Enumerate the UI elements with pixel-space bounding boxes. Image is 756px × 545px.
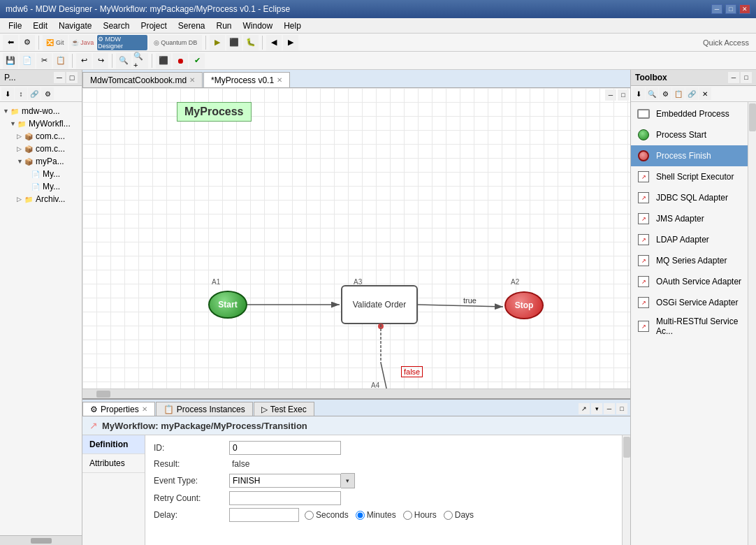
- tree-item-mdw[interactable]: ▼ 📁 mdw-wo...: [1, 105, 80, 117]
- toolbar2-btn-3[interactable]: ✂: [36, 53, 52, 68]
- canvas-min-btn[interactable]: ─: [605, 89, 616, 101]
- toolbox-jdbc[interactable]: ↗ JDBC SQL Adapter: [631, 187, 748, 208]
- left-toolbar-btn-1[interactable]: ⬇: [1, 87, 14, 100]
- radio-hours-input[interactable]: [403, 511, 412, 520]
- side-tab-attributes[interactable]: Attributes: [82, 454, 145, 473]
- toolbar2-btn-2[interactable]: 📄: [20, 53, 35, 68]
- bottom-tab-testexec[interactable]: ▷ Test Exec: [254, 402, 314, 416]
- tree-item-my2[interactable]: 📄 My...: [1, 180, 80, 193]
- toolbar-fwd-btn[interactable]: ▶: [283, 35, 298, 50]
- canvas-max-btn[interactable]: □: [618, 89, 629, 101]
- menu-project[interactable]: Project: [135, 20, 172, 32]
- menu-window[interactable]: Window: [238, 20, 279, 32]
- left-panel-scrollbar[interactable]: [0, 535, 82, 545]
- toolbar-debug-btn[interactable]: 🐛: [243, 35, 259, 50]
- menu-edit[interactable]: Edit: [27, 20, 53, 32]
- toolbox-jms[interactable]: ↗ JMS Adapter: [631, 208, 748, 229]
- canvas-area[interactable]: MyProcess A1 A3 A2 A4 Start Validate Ord…: [82, 88, 630, 388]
- toolbox-ldap[interactable]: ↗ LDAP Adapter: [631, 229, 748, 250]
- tree-item-archiv[interactable]: ▷ 📁 Archiv...: [1, 193, 80, 205]
- menu-navigate[interactable]: Navigate: [53, 20, 97, 32]
- toolbar2-btn-8[interactable]: 🔍+: [133, 53, 148, 68]
- bottom-menu-btn[interactable]: ▾: [591, 403, 602, 414]
- side-tab-definition[interactable]: Definition: [82, 435, 145, 454]
- toolbox-sort-btn[interactable]: ⬇: [632, 87, 645, 100]
- toolbar-stop-btn[interactable]: ⬛: [226, 35, 242, 50]
- tree-item-com1[interactable]: ▷ 📦 com.c...: [1, 130, 80, 143]
- bottom-tab-close[interactable]: ✕: [142, 405, 147, 413]
- event-type-select[interactable]: FINISH START DELAY: [229, 474, 341, 488]
- toolbar2-btn-4[interactable]: 📋: [53, 53, 68, 68]
- radio-seconds[interactable]: Seconds: [305, 510, 349, 520]
- mdw-btn[interactable]: ⚙ MDW Designer: [97, 35, 147, 50]
- event-type-arrow[interactable]: ▾: [341, 473, 355, 488]
- menu-serena[interactable]: Serena: [173, 20, 211, 32]
- toolbox-btn-4[interactable]: 📋: [672, 87, 685, 100]
- tab-close-icon[interactable]: ✕: [189, 76, 195, 84]
- git-btn[interactable]: 🔀 Git: [43, 35, 68, 50]
- canvas-scrollbar-h[interactable]: [82, 388, 630, 398]
- toolbar2-btn-5[interactable]: ↩: [76, 53, 92, 68]
- tree-item-mypa[interactable]: ▼ 📦 myPa...: [1, 155, 80, 168]
- toolbox-btn-3[interactable]: ⚙: [659, 87, 671, 100]
- toolbox-embedded-process[interactable]: Embedded Process: [631, 103, 748, 124]
- toolbox-mq[interactable]: ↗ MQ Series Adapter: [631, 250, 748, 271]
- radio-days[interactable]: Days: [444, 510, 474, 520]
- toolbar-back-btn[interactable]: ◀: [266, 35, 282, 50]
- toolbar2-check-btn[interactable]: ✔: [189, 53, 205, 68]
- left-panel-maximize[interactable]: □: [66, 72, 78, 83]
- retry-count-input[interactable]: [229, 491, 341, 505]
- toolbox-process-finish[interactable]: Process Finish: [631, 145, 748, 166]
- toolbar2-record-btn[interactable]: ⏺: [173, 53, 188, 68]
- tab-close-icon[interactable]: ✕: [277, 76, 282, 84]
- toolbox-delete-btn[interactable]: ✕: [699, 87, 711, 100]
- toolbox-scrollbar[interactable]: [748, 102, 756, 545]
- toolbar-btn-2[interactable]: ⚙: [20, 35, 35, 50]
- minimize-button[interactable]: ─: [711, 4, 722, 14]
- tab-cookbook[interactable]: MdwTomcatCookbook.md ✕: [82, 72, 203, 87]
- id-input[interactable]: [229, 441, 341, 455]
- bottom-max-btn[interactable]: □: [616, 403, 627, 414]
- tree-item-com2[interactable]: ▷ 📦 com.c...: [1, 143, 80, 155]
- radio-seconds-input[interactable]: [305, 511, 314, 520]
- left-toolbar-btn-2[interactable]: ↕: [15, 87, 27, 100]
- menu-help[interactable]: Help: [278, 20, 307, 32]
- menu-file[interactable]: File: [3, 20, 27, 32]
- left-toolbar-btn-4[interactable]: ⚙: [41, 87, 54, 100]
- bottom-expand-btn[interactable]: ↗: [579, 403, 590, 414]
- close-button[interactable]: ✕: [739, 4, 750, 14]
- toolbar2-btn-1[interactable]: 💾: [3, 53, 18, 68]
- maximize-button[interactable]: □: [725, 4, 736, 14]
- toolbox-oauth[interactable]: ↗ OAuth Service Adapter: [631, 271, 748, 292]
- validate-node[interactable]: Validate Order: [341, 285, 418, 324]
- toolbox-process-start[interactable]: Process Start: [631, 124, 748, 145]
- toolbar-run-btn[interactable]: ▶: [210, 35, 225, 50]
- toolbar-btn-1[interactable]: ⬅: [3, 35, 18, 50]
- toolbox-shell-script[interactable]: ↗ Shell Script Executor: [631, 166, 748, 187]
- java-btn[interactable]: ☕ Java: [69, 35, 96, 50]
- radio-days-input[interactable]: [444, 511, 453, 520]
- toolbox-minimize[interactable]: ─: [728, 72, 739, 83]
- bottom-tab-properties[interactable]: ⚙ Properties ✕: [82, 402, 155, 416]
- toolbar2-btn-6[interactable]: ↪: [93, 53, 108, 68]
- radio-hours[interactable]: Hours: [403, 510, 437, 520]
- menu-run[interactable]: Run: [211, 20, 238, 32]
- tab-myprocess[interactable]: *MyProcess v0.1 ✕: [203, 72, 290, 87]
- tree-item-my1[interactable]: 📄 My...: [1, 168, 80, 180]
- toolbox-btn-5[interactable]: 🔗: [685, 87, 698, 100]
- tree-item-myworkfl[interactable]: ▼ 📁 MyWorkfl...: [1, 117, 80, 130]
- bottom-scrollbar[interactable]: [622, 435, 630, 545]
- delay-input[interactable]: [229, 508, 299, 522]
- left-toolbar-btn-3[interactable]: 🔗: [28, 87, 41, 100]
- stop-node[interactable]: Stop: [504, 291, 544, 319]
- menu-search[interactable]: Search: [97, 20, 135, 32]
- start-node[interactable]: Start: [208, 291, 247, 319]
- bottom-tab-instances[interactable]: 📋 Process Instances: [156, 402, 253, 416]
- left-panel-minimize[interactable]: ─: [54, 72, 65, 83]
- toolbar2-btn-7[interactable]: 🔍: [116, 53, 131, 68]
- toolbox-osgi[interactable]: ↗ OSGi Service Adapter: [631, 292, 748, 313]
- bottom-min-btn[interactable]: ─: [604, 403, 615, 414]
- toolbox-multirest[interactable]: ↗ Multi-RESTful Service Ac...: [631, 313, 748, 340]
- radio-minutes[interactable]: Minutes: [356, 510, 396, 520]
- toolbox-filter-btn[interactable]: 🔍: [646, 87, 658, 100]
